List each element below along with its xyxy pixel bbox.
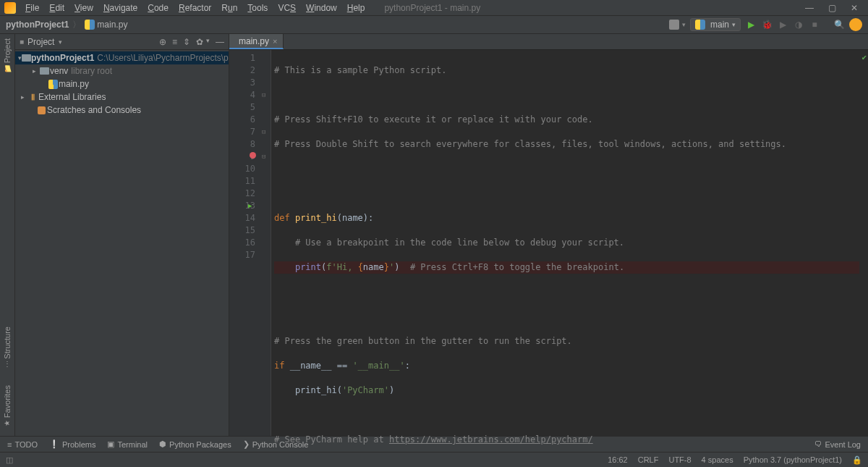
menu-window[interactable]: Window [301,1,342,14]
side-tab-project[interactable]: 📁Project [2,35,12,76]
hide-icon[interactable]: — [216,37,224,47]
run-config-selector[interactable]: main ▾ [690,18,741,31]
project-tree[interactable]: ▾ pythonProject1 C:\Users\Liliya\Pycharm… [15,50,229,118]
menu-view[interactable]: View [69,1,98,14]
menu-tools[interactable]: Tools [242,1,273,14]
menu-file[interactable]: File [20,1,44,14]
editor-tab-main[interactable]: main.py × [229,34,284,49]
menu-refactor[interactable]: Refactor [174,1,216,14]
window-controls: — ▢ ✕ [805,3,865,13]
breadcrumb-sep: 〉 [72,19,81,31]
tab-todo[interactable]: ≡TODO [7,440,38,449]
libs-icon: ⫴ [27,92,38,102]
stop-icon[interactable]: ■ [809,20,820,30]
editor-area: main.py × 1 2 3 4 5 6 7 8 9 10 11 12 13 … [229,34,868,436]
editor-tab-label: main.py [239,36,269,46]
python-icon [695,20,705,30]
app-logo-icon [4,2,16,14]
breakpoint-icon[interactable] [250,152,256,159]
chevron-down-icon: ▾ [732,21,736,28]
breadcrumb-file[interactable]: main.py [97,20,127,30]
project-tool-window: ■ Project ▾ ⊕ ≡ ⇕ ✿ ▾ — ▾ pythonProject1… [15,34,229,436]
project-panel-header: ■ Project ▾ ⊕ ≡ ⇕ ✿ ▾ — [15,34,229,50]
tree-scratches[interactable]: Scratches and Consoles [15,104,229,117]
locate-icon[interactable]: ⊕ [159,37,166,47]
window-title: pythonProject1 - main.py [384,3,480,13]
user-avatar-icon[interactable] [849,18,862,31]
side-tab-favorites[interactable]: ★Favorites [2,382,12,430]
search-icon[interactable]: 🔍 [833,20,845,30]
menu-help[interactable]: Help [342,1,370,14]
editor-scrollbar[interactable]: ✔ [859,50,868,436]
run-coverage-icon[interactable]: ▶ [777,20,788,30]
run-gutter-icon[interactable]: ▶ [248,200,252,212]
side-tab-structure[interactable]: ⋮Structure [2,324,12,371]
code-area[interactable]: # This is a sample Python script. # Pres… [271,50,859,436]
run-icon[interactable]: ▶ [745,20,757,30]
tree-ext-libs[interactable]: ▸⫴ External Libraries [15,91,229,104]
menu-vcs[interactable]: VCS [273,1,301,14]
line-number-gutter[interactable]: 1 2 3 4 5 6 7 8 9 10 11 12 13 ▶ 14 15 16… [229,50,261,436]
chevron-down-icon: ▾ [206,37,210,47]
left-tool-strip: 📁Project ⋮Structure ★Favorites [0,34,15,436]
tree-main-file[interactable]: main.py [15,77,229,91]
inspection-ok-icon[interactable]: ✔ [861,53,867,62]
tab-terminal[interactable]: ▣Terminal [107,439,148,449]
menu-code[interactable]: Code [142,1,174,14]
editor-tab-strip: main.py × [229,34,868,50]
python-file-icon [85,20,95,30]
run-config-label: main [710,20,729,30]
maximize-icon[interactable]: ▢ [828,3,836,13]
tool-window-icon[interactable]: ◫ [6,455,13,465]
tree-venv[interactable]: ▸ venv library root [15,64,229,77]
folder-icon: ■ [20,38,24,46]
project-panel-title: Project [27,37,54,47]
chevron-down-icon[interactable]: ▾ [59,38,62,46]
fold-gutter[interactable]: ⊟ ⊟⊟ [261,50,271,436]
breadcrumb-project[interactable]: pythonProject1 [6,20,69,30]
settings-icon[interactable]: ✿ [196,37,203,47]
add-user-icon[interactable] [669,20,679,30]
close-tab-icon[interactable]: × [273,37,277,46]
debug-icon[interactable]: 🐞 [761,20,773,30]
menu-bar: File Edit View Navigate Code Refactor Ru… [0,0,868,16]
profile-icon[interactable]: ◑ [793,20,804,30]
tab-problems[interactable]: ❕Problems [49,439,95,449]
menu-navigate[interactable]: Navigate [98,1,142,14]
minimize-icon[interactable]: — [805,3,814,13]
tab-python-packages[interactable]: ⬢Python Packages [159,439,231,449]
editor-body[interactable]: 1 2 3 4 5 6 7 8 9 10 11 12 13 ▶ 14 15 16… [229,50,868,436]
collapse-icon[interactable]: ⇕ [183,37,190,47]
menu-run[interactable]: Run [216,1,242,14]
close-icon[interactable]: ✕ [851,3,858,13]
navigation-bar: pythonProject1 〉 main.py ▾ main ▾ ▶ 🐞 ▶ … [0,16,868,34]
expand-icon[interactable]: ≡ [172,37,177,47]
tree-root[interactable]: ▾ pythonProject1 C:\Users\Liliya\Pycharm… [15,51,229,64]
menu-edit[interactable]: Edit [44,1,69,14]
